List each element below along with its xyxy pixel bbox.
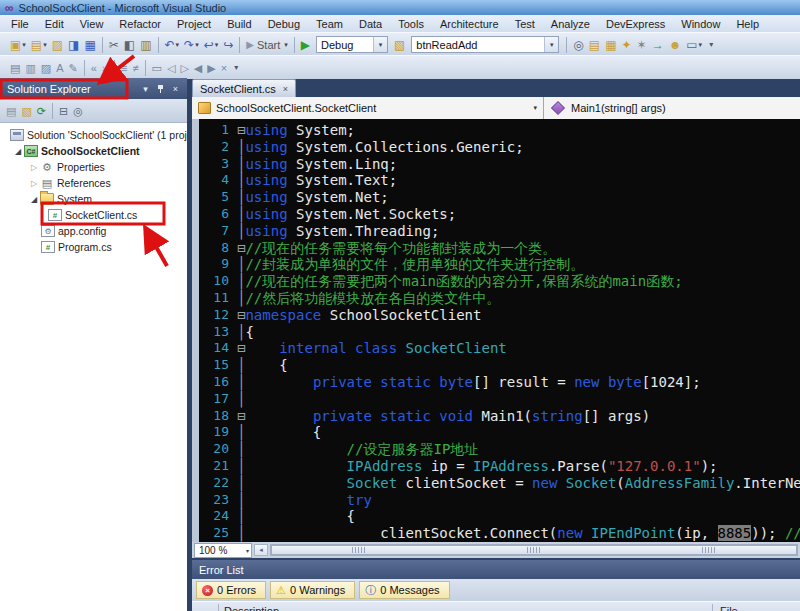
code-line[interactable]: 22│ Socket clientSocket = new Socket(Add… [192, 475, 800, 492]
collapsed-expander-icon[interactable]: ▷ [28, 163, 40, 172]
parameter-info-button[interactable]: ▥ [23, 59, 37, 77]
refresh-button[interactable]: ⟳ [35, 102, 48, 120]
next-bookmark-folder-button[interactable]: ▶ [205, 59, 217, 77]
undo-button[interactable]: ↶▾ [163, 36, 182, 54]
errors-filter-button[interactable]: ×0 Errors [196, 581, 266, 599]
cut-button[interactable]: ✂ [107, 36, 121, 54]
tree-item-socketclient-cs[interactable]: SocketClient.cs [0, 207, 187, 223]
copy-button[interactable]: ◧ [122, 36, 137, 54]
menu-debug[interactable]: Debug [260, 16, 308, 32]
toolbox-button[interactable]: ✦ [620, 36, 634, 54]
types-dropdown[interactable]: SchoolSocketClient.SocketClient ▾ [192, 97, 544, 119]
code-line[interactable]: 4│using System.Text; [192, 172, 800, 189]
code-line[interactable]: 23│ try [192, 492, 800, 509]
code-line[interactable]: 9│//封装成为单独的文件，使用单独的文件夹进行控制。 [192, 256, 800, 273]
solution-explorer-button[interactable]: ◎ [571, 36, 585, 54]
toolbar-overflow-button[interactable]: ▾ [230, 59, 242, 77]
decrease-indent-button[interactable]: « [89, 59, 99, 77]
code-line[interactable]: 7│using System.Threading; [192, 223, 800, 240]
chevron-down-icon[interactable]: ▾ [544, 37, 558, 52]
toolbar-overflow-button[interactable]: ▾ [705, 36, 717, 54]
code-line[interactable]: 25│ clientSocket.Connect(new IPEndPoint(… [192, 525, 800, 542]
scroll-left-button[interactable]: ◂ [254, 544, 268, 556]
code-line[interactable]: 20│ //设定服务器IP地址 [192, 441, 800, 458]
paste-button[interactable]: ▥ [138, 36, 153, 54]
object-browser-button[interactable]: ▦ [603, 36, 618, 54]
code-line[interactable]: 3│using System.Linq; [192, 156, 800, 173]
menu-help[interactable]: Help [728, 16, 767, 32]
properties-window-button[interactable]: ▤ [4, 102, 18, 120]
tree-item-program-cs[interactable]: Program.cs [0, 239, 187, 255]
previous-bookmark-folder-button[interactable]: ◀ [192, 59, 204, 77]
redo-button[interactable]: ↷▾ [182, 36, 201, 54]
navigate-backward-button[interactable]: ↩▾ [202, 36, 221, 54]
quick-info-button[interactable]: ▨ [39, 59, 53, 77]
save-all-button[interactable]: ▦ [82, 36, 97, 54]
class-diagram-button[interactable]: ◎ [71, 102, 85, 120]
show-all-files-button[interactable]: ▧ [19, 102, 33, 120]
team-explorer-button[interactable]: ☻ [667, 36, 684, 54]
tree-item-references[interactable]: ▷▤References [0, 175, 187, 191]
find-options-button[interactable]: ▧ [392, 36, 407, 54]
menu-architecture[interactable]: Architecture [432, 16, 507, 32]
menu-data[interactable]: Data [351, 16, 390, 32]
edit-properties-button[interactable]: ✎ [67, 59, 80, 77]
code-line[interactable]: 12⊟namespace SchoolSocketClient [192, 307, 800, 324]
tree-item-app-config[interactable]: app.config [0, 223, 187, 239]
solution-configurations-combo[interactable]: Debug▾ [316, 36, 388, 53]
code-line[interactable]: 24│ { [192, 508, 800, 525]
code-line[interactable]: 14⊟ internal class SocketClient [192, 340, 800, 357]
extension-manager-button[interactable]: ✶ [635, 36, 649, 54]
code-line[interactable]: 16│ private static byte[] result = new b… [192, 374, 800, 391]
menu-file[interactable]: File [3, 16, 37, 32]
close-panel-button[interactable]: × [168, 82, 183, 96]
tab-socketclient-cs[interactable]: SocketClient.cs × [192, 79, 296, 97]
toggle-bookmark-button[interactable]: ▭ [150, 59, 164, 77]
member-list-button[interactable]: ▤ [8, 59, 22, 77]
messages-filter-button[interactable]: ⓘ0 Messages [359, 581, 449, 599]
complete-word-button[interactable]: A [54, 59, 65, 77]
chevron-down-icon[interactable]: ▾ [373, 37, 387, 52]
code-line[interactable]: 15│ { [192, 357, 800, 374]
menu-team[interactable]: Team [308, 16, 351, 32]
navigate-forward-button[interactable]: ↪ [221, 36, 235, 54]
comment-selection-button[interactable]: ≡ [119, 59, 129, 77]
menu-build[interactable]: Build [219, 16, 259, 32]
previous-bookmark-button[interactable]: ◁ [165, 59, 177, 77]
increase-indent-button[interactable]: » [100, 59, 110, 77]
clear-bookmarks-button[interactable]: × [219, 59, 229, 77]
code-line[interactable]: 13│{ [192, 324, 800, 341]
find-combo[interactable]: btnReadAdd▾ [411, 36, 559, 53]
run-button[interactable]: ▶ [299, 36, 312, 54]
members-dropdown[interactable]: Main1(string[] args) [544, 97, 672, 119]
expanded-expander-icon[interactable]: ◢ [12, 147, 24, 156]
tree-item-schoolsocketclient[interactable]: ◢SchoolSocketClient [0, 143, 187, 159]
menu-edit[interactable]: Edit [37, 16, 72, 32]
hscrollbar-thumb[interactable] [271, 545, 797, 555]
navigate-to-button[interactable]: → [650, 36, 666, 54]
hscrollbar-track[interactable] [270, 544, 798, 556]
properties-window-button[interactable]: ▤ [587, 36, 602, 54]
code-editor[interactable]: 1⊟using System;2│using System.Collection… [192, 119, 800, 545]
auto-hide-pin-button[interactable] [153, 82, 168, 96]
tree-item-properties[interactable]: ▷⚙Properties [0, 159, 187, 175]
uncomment-selection-button[interactable]: ≠ [130, 59, 140, 77]
code-line[interactable]: 10│//现在的任务需要把两个main函数的内容分开,保留系统的main函数; [192, 273, 800, 290]
menu-project[interactable]: Project [169, 16, 219, 32]
tree-item-solution-schoolsockclient-1-proje[interactable]: Solution 'SchoolSockClient' (1 proje [0, 127, 187, 143]
new-project-button[interactable]: ▣▾ [8, 36, 28, 54]
collapsed-expander-icon[interactable]: ▷ [28, 179, 40, 188]
code-line[interactable]: 11│//然后将功能模块放在各自的类文件中。 [192, 290, 800, 307]
code-line[interactable]: 5│using System.Net; [192, 189, 800, 206]
next-bookmark-button[interactable]: ▷ [178, 59, 190, 77]
menu-test[interactable]: Test [507, 16, 543, 32]
expanded-expander-icon[interactable]: ◢ [28, 195, 40, 204]
code-line[interactable]: 2│using System.Collections.Generic; [192, 139, 800, 156]
open-file-button[interactable]: ▨ [50, 36, 65, 54]
code-line[interactable]: 21│ IPAddress ip = IPAddress.Parse("127.… [192, 458, 800, 475]
close-tab-icon[interactable]: × [283, 84, 288, 94]
menu-window[interactable]: Window [673, 16, 728, 32]
code-line[interactable]: 19│ { [192, 424, 800, 441]
code-line[interactable]: 17│ [192, 391, 800, 408]
zoom-combo[interactable]: 100 % ▾ [194, 543, 252, 558]
